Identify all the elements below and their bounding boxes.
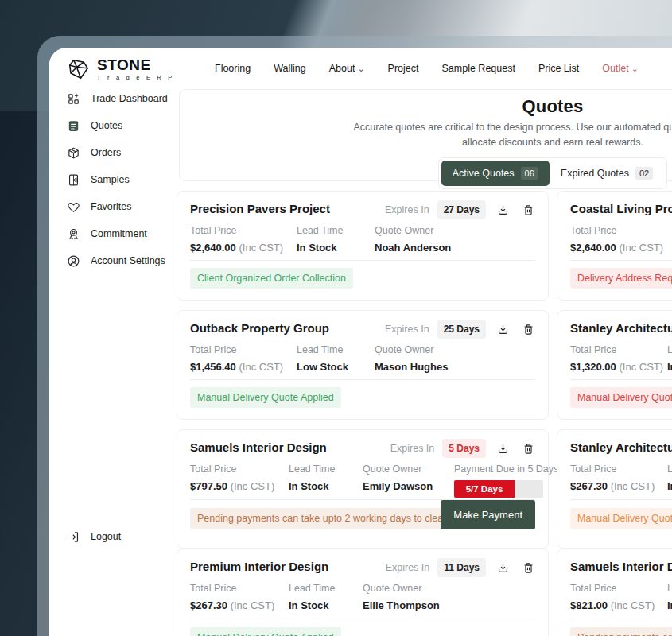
sidebar-item-label: Commitment [91,228,147,239]
status-tag: Client Organized Order Collection [190,268,353,289]
page-subtitle: Accurate quotes are critical to the desi… [180,120,672,150]
sidebar-item-label: Samples [91,174,130,185]
trash-icon [522,561,535,575]
delete-button[interactable] [519,559,537,576]
status-tag: Pending payments can take upto 2 working… [570,627,672,636]
sidebar-item-label: Trade Dashboard [91,93,168,104]
total-price-field: Total Price $2,640.00 (Inc CST) [190,225,283,255]
quote-owner-field: Quote Owner Noah Anderson [375,225,451,255]
trash-icon [522,323,535,336]
quote-card: Precision Pavers Project Expires In 27 D… [177,191,549,301]
sidebar: STONE T r a d e E R P Trade Dashboard Qu… [49,48,177,636]
download-button[interactable] [494,320,511,338]
app-window: STONE T r a d e E R P Trade Dashboard Qu… [49,48,672,636]
divider [570,260,672,261]
account-icon [67,254,80,268]
nav-outlet[interactable]: Outlet⌄ [602,63,639,74]
quote-card: Outback Property Group Expires In 25 Day… [177,310,549,420]
logout-button[interactable]: Logout [67,527,121,546]
status-tag: Manual Delivery Quote Applied [190,627,341,636]
total-price-field: Total Price $267.30 (Inc CST) [190,583,274,613]
quote-title: Precision Pavers Project [190,202,330,215]
nav-walling[interactable]: Walling [274,63,306,74]
tab-active-quotes[interactable]: Active Quotes 06 [441,161,550,186]
sidebar-item-label: Quotes [91,120,122,131]
award-icon [67,227,80,241]
quote-card: Coastal Living Properties Total Price $2… [557,191,672,301]
payment-progress-fill: 5/7 Days [454,480,515,498]
quote-title: Outback Property Group [190,321,329,335]
expires-badge: 25 Days [437,320,486,339]
payment-progress-bar: 5/7 Days [454,480,543,498]
quote-title: Samuels Interior Design [190,440,327,454]
package-icon [67,146,80,160]
heart-icon [67,200,80,214]
divider [570,499,672,500]
nav-sample-request[interactable]: Sample Request [442,63,515,74]
quote-owner-field: Quote Owner Ellie Thompson [363,583,440,613]
sidebar-item-quotes[interactable]: Quotes [67,116,122,135]
trash-icon [522,204,535,217]
page-title: Quotes [180,96,672,117]
nav-price-list[interactable]: Price List [538,63,579,74]
quote-title: Premium Interior Design [190,560,328,573]
brand-logo[interactable]: STONE T r a d e E R P [67,57,174,81]
divider [570,379,672,380]
expires-in-label: Expires In [385,204,429,215]
expires-in-label: Expires In [385,324,429,335]
tab-expired-quotes[interactable]: Expired Quotes 02 [550,161,664,186]
sidebar-item-trade-dashboard[interactable]: Trade Dashboard [67,89,168,108]
brand-subtitle: T r a d e E R P [97,74,174,81]
lead-time-field: Lead Time In Stock [297,225,370,255]
download-icon [496,204,510,217]
download-icon [496,323,510,336]
sidebar-item-account-settings[interactable]: Account Settings [67,251,165,270]
download-button[interactable] [494,440,511,457]
quote-card: Samuels Interior Design Expires In 5 Day… [177,429,549,549]
nav-about[interactable]: About⌄ [329,63,365,74]
lead-time-field: Lead Time In Stock [667,463,672,494]
quote-card: Stanley Architecture Total Price $267.30… [557,429,672,549]
sidebar-item-commitment[interactable]: Commitment [67,224,147,243]
quote-card: Samuels Interior Design Total Price $821… [557,549,672,636]
make-payment-button[interactable]: Make Payment [441,500,535,529]
logout-icon [67,530,80,544]
lead-time-field: Lead Time In Stock [289,583,340,613]
total-price-field: Total Price $821.00 (Inc CST) [570,583,655,613]
status-tag: Delivery Address Required [570,268,672,289]
total-price-field: Total Price $267.30 (Inc CST) [570,463,655,494]
sidebar-item-label: Favorites [91,201,131,212]
divider [570,619,672,619]
card-actions: Expires In 25 Days [385,320,537,339]
sidebar-item-favorites[interactable]: Favorites [67,197,131,216]
total-price-field: Total Price $797.50 (Inc CST) [190,463,274,494]
divider [190,619,535,619]
chevron-down-icon: ⌄ [357,64,364,73]
card-actions: Expires In 27 Days [385,200,537,219]
lead-time-field: Lead Time In Stock [289,463,340,494]
status-tag: Manual Delivery Quote Applied [190,387,341,408]
total-price-field: Total Price $1,320.00 (Inc CST) [570,344,663,374]
download-button[interactable] [494,559,511,576]
divider [190,260,535,261]
status-tag: Manual Delivery Quote Pending [570,508,672,529]
nav-flooring[interactable]: Flooring [215,63,251,74]
download-icon [496,561,510,575]
sidebar-item-samples[interactable]: Samples [67,170,130,189]
trash-icon [522,442,535,456]
pending-payment-note: Pending payments can take upto 2 working… [190,508,453,529]
delete-button[interactable] [519,201,537,219]
quote-owner-field: Quote Owner Emily Dawson [363,463,433,494]
sidebar-item-label: Orders [91,147,121,158]
quotes-tabs: Active Quotes 06 Expired Quotes 02 [438,157,668,189]
active-quotes-count-badge: 06 [521,167,538,180]
download-button[interactable] [494,201,511,219]
delete-button[interactable] [519,440,537,457]
nav-project[interactable]: Project [388,63,419,74]
quote-title: Samuels Interior Design [570,560,672,573]
delete-button[interactable] [519,320,537,338]
expires-badge: 27 Days [437,200,486,219]
sidebar-item-orders[interactable]: Orders [67,143,121,162]
quote-title: Stanley Architecture [570,321,672,335]
lead-time-field: Lead Time In Stock [667,344,672,374]
